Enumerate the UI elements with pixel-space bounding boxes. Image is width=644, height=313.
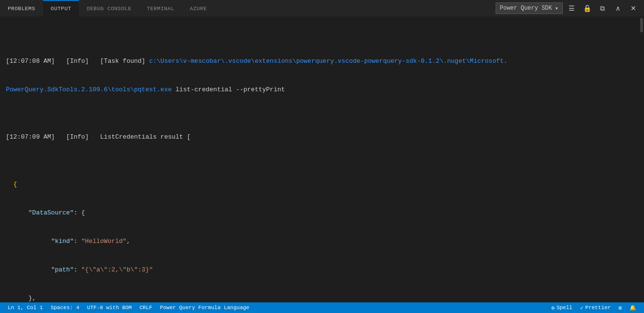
log-line-1b: PowerQuery.SdkTools.2.109.6\tools\pqtest… xyxy=(0,85,639,95)
status-language[interactable]: Power Query Formula Language xyxy=(156,302,253,313)
copy-button[interactable]: ⧉ xyxy=(596,2,609,14)
timestamp-2: [12:07:09 AM] xyxy=(6,132,55,142)
status-bar-right: ⚙ Spell ✓ Prettier ⊞ 🔔 xyxy=(547,305,640,311)
status-encoding-text: UTF-8 with BOM xyxy=(87,305,132,311)
json-line-4: "path": "{\"a\":2,\"b\":3}" xyxy=(0,265,639,275)
content-area: [12:07:08 AM] [Info] [Task found] c:\Use… xyxy=(0,17,644,302)
spell-icon: ⚙ xyxy=(551,305,555,311)
title-bar-right: Power Query SDK ▾ ☰ 🔒 ⧉ ∧ ✕ xyxy=(496,2,644,14)
panel-menu-button[interactable]: ☰ xyxy=(565,2,578,14)
log-cmd-1: list-credential --prettyPrint xyxy=(172,85,285,95)
log-info-1: [Info] [Task found] xyxy=(55,57,149,66)
timestamp-1: [12:07:08 AM] xyxy=(6,57,55,66)
json-line-3: "kind": "HelloWorld", xyxy=(0,237,639,246)
close-panel-button[interactable]: ✕ xyxy=(627,2,640,14)
status-eol-text: CRLF xyxy=(139,305,152,311)
sdk-dropdown[interactable]: Power Query SDK ▾ xyxy=(496,2,563,14)
output-panel[interactable]: [12:07:08 AM] [Info] [Task found] c:\Use… xyxy=(0,17,639,302)
status-language-text: Power Query Formula Language xyxy=(160,305,249,311)
log-line-2: [12:07:09 AM] [Info] ListCredentials res… xyxy=(0,132,639,142)
chevron-down-icon: ▾ xyxy=(555,5,558,12)
tab-terminal[interactable]: TERMINAL xyxy=(139,0,182,16)
status-encoding[interactable]: UTF-8 with BOM xyxy=(83,302,135,313)
status-prettier[interactable]: ✓ Prettier xyxy=(576,305,615,311)
tab-debug-console[interactable]: DEBUG CONSOLE xyxy=(79,0,139,16)
sdk-dropdown-label: Power Query SDK xyxy=(500,5,552,12)
status-position[interactable]: Ln 1, Col 1 xyxy=(4,302,47,313)
log-path-1b[interactable]: PowerQuery.SdkTools.2.109.6\tools\pqtest… xyxy=(6,85,172,95)
status-notifications[interactable]: ⊞ xyxy=(615,305,626,311)
tab-terminal-label: TERMINAL xyxy=(147,6,175,12)
lock-button[interactable]: 🔒 xyxy=(580,2,594,14)
tab-problems[interactable]: PROBLEMS xyxy=(0,0,43,16)
status-spell-text: Spell xyxy=(556,305,572,311)
bell-icon: 🔔 xyxy=(629,305,636,311)
tab-azure[interactable]: AZURE xyxy=(182,0,215,16)
tab-bar: PROBLEMS OUTPUT DEBUG CONSOLE TERMINAL A… xyxy=(0,0,644,17)
json-line-5: }, xyxy=(0,294,639,302)
tab-problems-label: PROBLEMS xyxy=(8,6,35,12)
tab-output[interactable]: OUTPUT xyxy=(43,0,79,16)
json-line-1: { xyxy=(0,180,639,189)
status-position-text: Ln 1, Col 1 xyxy=(8,305,43,311)
status-eol[interactable]: CRLF xyxy=(135,302,156,313)
log-path-1[interactable]: c:\Users\v-mescobar\.vscode\extensions\p… xyxy=(149,57,507,66)
tab-output-label: OUTPUT xyxy=(51,6,72,12)
log-info-2: [Info] ListCredentials result [ xyxy=(55,132,190,142)
tab-azure-label: AZURE xyxy=(190,6,207,12)
status-spell[interactable]: ⚙ Spell xyxy=(547,305,576,311)
status-bell[interactable]: 🔔 xyxy=(626,305,640,311)
status-spaces[interactable]: Spaces: 4 xyxy=(47,302,83,313)
log-line-1: [12:07:08 AM] [Info] [Task found] c:\Use… xyxy=(0,57,639,66)
status-spaces-text: Spaces: 4 xyxy=(51,305,79,311)
tab-debug-console-label: DEBUG CONSOLE xyxy=(87,6,131,12)
status-bar: Ln 1, Col 1 Spaces: 4 UTF-8 with BOM CRL… xyxy=(0,302,644,313)
broadcast-icon: ⊞ xyxy=(618,305,622,311)
scrollbar-track[interactable] xyxy=(639,17,644,302)
json-line-2: "DataSource": { xyxy=(0,208,639,218)
status-prettier-text: Prettier xyxy=(585,305,611,311)
scrollbar-thumb[interactable] xyxy=(640,18,643,32)
check-icon: ✓ xyxy=(580,305,584,311)
collapse-button[interactable]: ∧ xyxy=(611,2,625,14)
